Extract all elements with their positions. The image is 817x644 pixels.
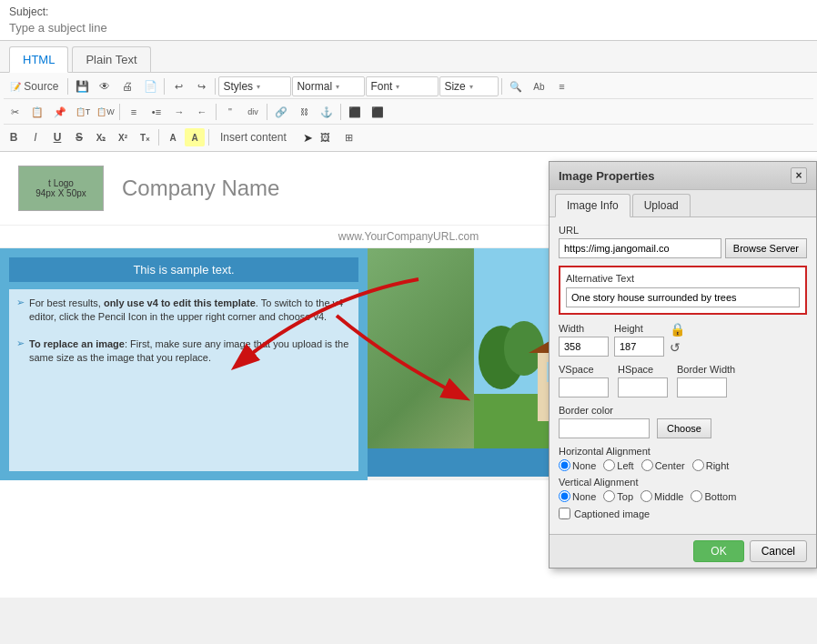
dialog-tab-imageinfo[interactable]: Image Info	[555, 194, 630, 217]
h-align-none-radio[interactable]	[559, 459, 570, 471]
alt-text-label: Alternative Text	[566, 273, 800, 284]
choose-button[interactable]: Choose	[657, 418, 711, 438]
logo-placeholder[interactable]: t Logo 94px X 50px	[18, 166, 104, 211]
ok-button[interactable]: OK	[693, 540, 743, 562]
alt-text-input[interactable]	[566, 287, 800, 307]
copy-button[interactable]: 📋	[26, 102, 48, 122]
h-align-left[interactable]: Left	[603, 459, 633, 471]
browse-server-button[interactable]: Browse Server	[725, 238, 807, 258]
spell-button[interactable]: Ab	[528, 76, 550, 96]
italic-button[interactable]: I	[25, 128, 45, 146]
width-input[interactable]	[559, 337, 609, 357]
v-align-top[interactable]: Top	[603, 490, 633, 502]
v-align-middle[interactable]: Middle	[640, 490, 683, 502]
v-align-none-radio[interactable]	[559, 490, 570, 502]
bullet-text-1: For best results, only use v4 to edit th…	[29, 297, 351, 325]
unlink-button[interactable]: ⛓	[293, 102, 315, 122]
bullet-arrow-icon-2: ➢	[16, 337, 25, 371]
v-align-bottom[interactable]: Bottom	[691, 490, 736, 502]
spell-icon: Ab	[533, 82, 544, 92]
anchor-button[interactable]: ⚓	[316, 102, 338, 122]
removeformat-button[interactable]: Tₓ	[135, 128, 155, 146]
link-button[interactable]: 🔗	[270, 102, 292, 122]
styles-arrow-icon: ▾	[257, 83, 260, 91]
border-width-input[interactable]	[677, 377, 727, 397]
align-center-button[interactable]: ⬛	[367, 102, 388, 122]
paste-icon: 📌	[54, 106, 66, 118]
font-dropdown[interactable]: Font ▾	[366, 76, 439, 96]
undo-button[interactable]: ↩	[167, 76, 189, 96]
image-button[interactable]: 🖼	[315, 127, 337, 147]
blockquote-button[interactable]: "	[219, 102, 241, 122]
url-input[interactable]	[559, 238, 721, 258]
bullet-item-1: ➢ For best results, only use v4 to edit …	[16, 297, 351, 330]
cut-button[interactable]: ✂	[4, 102, 25, 122]
captioned-label: Captioned image	[574, 508, 650, 519]
superscript-button[interactable]: X²	[113, 128, 133, 146]
doc-button[interactable]: 📄	[139, 76, 161, 96]
preview-button[interactable]: 👁	[94, 76, 116, 96]
v-align-none[interactable]: None	[559, 490, 596, 502]
tab-html[interactable]: HTML	[9, 46, 68, 73]
v-align-middle-radio[interactable]	[640, 490, 652, 502]
h-align-center-radio[interactable]	[641, 459, 653, 471]
dialog-tabs: Image Info Upload	[550, 190, 816, 217]
size-dropdown[interactable]: Size ▾	[439, 76, 499, 96]
subject-input[interactable]	[9, 21, 808, 35]
normal-dropdown[interactable]: Normal ▾	[292, 76, 365, 96]
h-align-right[interactable]: Right	[692, 459, 730, 471]
lock-icon[interactable]: 🔒	[670, 322, 685, 337]
preview-icon: 👁	[99, 80, 110, 93]
subscript-button[interactable]: X₂	[91, 128, 111, 146]
unlink-icon: ⛓	[300, 107, 308, 116]
h-align-none[interactable]: None	[559, 459, 596, 471]
ul-button[interactable]: •≡	[146, 102, 167, 122]
blockquote-icon: "	[228, 106, 232, 117]
align-left-button[interactable]: ⬛	[344, 102, 366, 122]
paste-word-button[interactable]: 📋W	[95, 102, 116, 122]
url-field-section: URL Browse Server	[559, 225, 807, 258]
paste-button[interactable]: 📌	[49, 102, 71, 122]
styles-dropdown[interactable]: Styles ▾	[218, 76, 291, 96]
cancel-button[interactable]: Cancel	[750, 540, 807, 562]
dialog-close-button[interactable]: ×	[791, 167, 807, 184]
border-color-input[interactable]	[559, 418, 650, 438]
captioned-row: Captioned image	[559, 508, 807, 519]
sep5	[119, 104, 120, 120]
fontcolor-button[interactable]: A	[163, 128, 183, 146]
paste-text-button[interactable]: 📋T	[72, 102, 94, 122]
v-align-top-radio[interactable]	[603, 490, 615, 502]
ol-button[interactable]: ≡	[123, 102, 145, 122]
save-button[interactable]: 💾	[71, 76, 93, 96]
indent-button[interactable]: →	[168, 102, 190, 122]
find-button[interactable]: 🔍	[505, 76, 527, 96]
outdent-button[interactable]: ←	[191, 102, 213, 122]
tab-plaintext[interactable]: Plain Text	[72, 46, 150, 72]
sep9	[158, 129, 159, 146]
align-button[interactable]: ≡	[550, 76, 572, 96]
bgcolor-button[interactable]: A	[185, 128, 205, 146]
v-align-bottom-radio[interactable]	[691, 490, 702, 502]
source-button[interactable]: 📝 Source	[4, 76, 65, 96]
align-left-icon: ⬛	[348, 106, 361, 118]
width-group: Width	[559, 323, 609, 357]
captioned-checkbox[interactable]	[559, 508, 570, 519]
dialog-tab-upload[interactable]: Upload	[632, 194, 691, 216]
h-align-center[interactable]: Center	[641, 459, 685, 471]
h-align-left-label: Left	[617, 460, 633, 471]
h-align-left-radio[interactable]	[603, 459, 615, 471]
underline-button[interactable]: U	[47, 128, 67, 146]
vspace-input[interactable]	[559, 377, 609, 397]
h-align-right-radio[interactable]	[692, 459, 704, 471]
table-button[interactable]: ⊞	[338, 127, 360, 147]
bold-button[interactable]: B	[4, 128, 24, 146]
print-button[interactable]: 🖨	[116, 76, 138, 96]
normal-arrow-icon: ▾	[336, 83, 339, 91]
strikethrough-button[interactable]: S	[69, 128, 89, 146]
dialog-footer: OK Cancel	[550, 534, 816, 568]
refresh-icon[interactable]: ↺	[670, 340, 685, 355]
redo-button[interactable]: ↪	[190, 76, 212, 96]
height-input[interactable]	[614, 337, 664, 357]
div-button[interactable]: div	[242, 102, 264, 122]
hspace-input[interactable]	[618, 377, 668, 397]
